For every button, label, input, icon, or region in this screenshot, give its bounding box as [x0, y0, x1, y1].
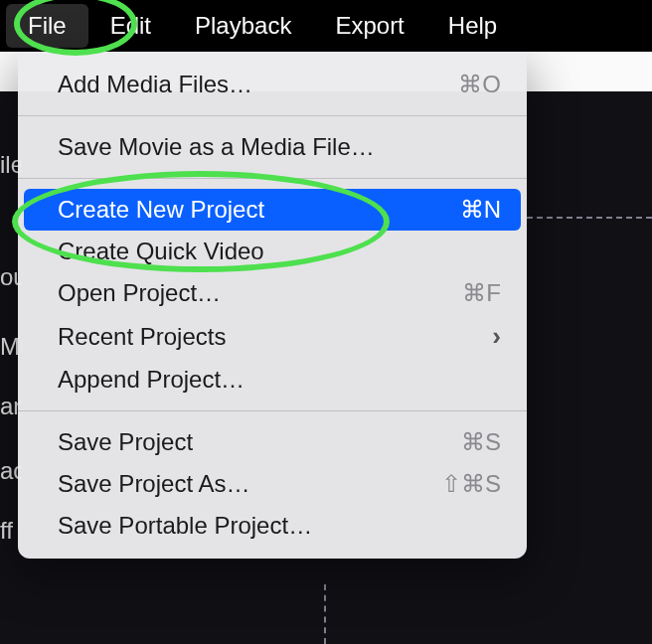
menu-item-shortcut: ⇧⌘S	[441, 470, 501, 498]
timeline-guide-vertical	[324, 584, 326, 644]
menu-item-save-portable-project[interactable]: Save Portable Project…	[24, 505, 521, 547]
menu-item-label: Save Project	[58, 428, 193, 456]
menubar-item-file[interactable]: File	[6, 4, 88, 48]
menu-item-append-project[interactable]: Append Project…	[24, 359, 521, 401]
menu-group: Save Project ⌘S Save Project As… ⇧⌘S Sav…	[18, 417, 527, 551]
menubar: File Edit Playback Export Help	[0, 0, 652, 52]
menu-item-label: Create Quick Video	[58, 238, 264, 265]
menubar-item-edit[interactable]: Edit	[88, 4, 173, 48]
menu-item-label: Save Portable Project…	[58, 512, 312, 540]
timeline-guide-horizontal	[527, 217, 652, 219]
menu-item-save-project[interactable]: Save Project ⌘S	[24, 421, 521, 463]
menu-group: Create New Project ⌘N Create Quick Video…	[18, 185, 527, 404]
menu-separator	[18, 410, 527, 411]
menu-separator	[18, 115, 527, 116]
menu-item-label: Open Project…	[58, 279, 221, 307]
menu-item-shortcut: ⌘F	[462, 279, 501, 307]
menu-item-create-quick-video[interactable]: Create Quick Video	[24, 231, 521, 272]
menu-item-add-media-files[interactable]: Add Media Files… ⌘O	[24, 64, 521, 105]
menubar-item-help[interactable]: Help	[426, 4, 519, 48]
menu-item-open-project[interactable]: Open Project… ⌘F	[24, 272, 521, 314]
file-menu-dropdown: Add Media Files… ⌘O Save Movie as a Medi…	[18, 52, 527, 559]
menu-item-shortcut: ⌘N	[460, 196, 501, 224]
menu-item-save-movie-as-media[interactable]: Save Movie as a Media File…	[24, 126, 521, 168]
menu-item-label: Append Project…	[58, 366, 244, 394]
menu-item-label: Recent Projects	[58, 323, 226, 351]
menu-item-shortcut: ⌘S	[461, 428, 501, 456]
menubar-item-playback[interactable]: Playback	[173, 4, 313, 48]
menu-item-recent-projects[interactable]: Recent Projects ›	[24, 314, 521, 359]
menu-group: Save Movie as a Media File…	[18, 122, 527, 172]
menu-item-label: Create New Project	[58, 196, 264, 224]
menu-separator	[18, 178, 527, 179]
menubar-item-export[interactable]: Export	[313, 4, 425, 48]
menu-item-label: Add Media Files…	[58, 71, 252, 98]
menu-item-label: Save Project As…	[58, 470, 249, 498]
menu-item-save-project-as[interactable]: Save Project As… ⇧⌘S	[24, 463, 521, 505]
menu-item-shortcut: ⌘O	[458, 71, 501, 98]
menu-item-create-new-project[interactable]: Create New Project ⌘N	[24, 189, 521, 231]
menu-item-label: Save Movie as a Media File…	[58, 133, 375, 161]
menu-group: Add Media Files… ⌘O	[18, 60, 527, 109]
chevron-right-icon: ›	[492, 321, 501, 352]
